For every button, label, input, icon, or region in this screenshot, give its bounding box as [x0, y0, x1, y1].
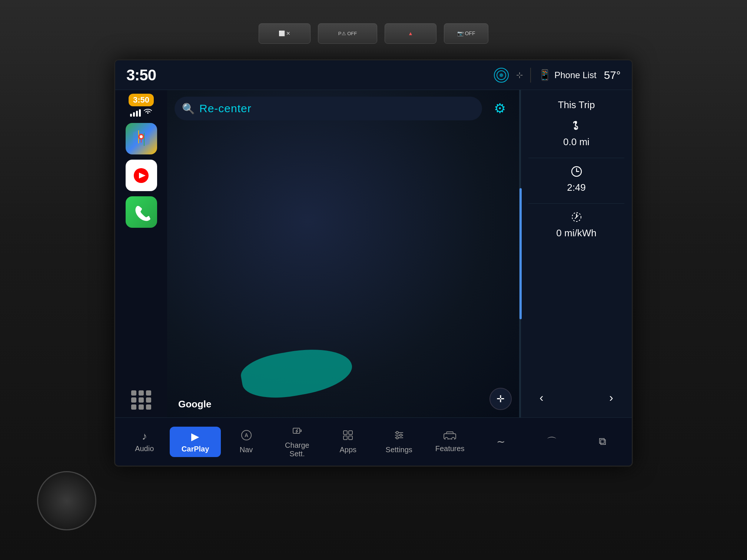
- music-icon: ♪: [142, 430, 147, 442]
- signal-bars: [130, 109, 141, 117]
- phone-icon: 📱: [538, 69, 551, 81]
- phone-info: 📱 Phone List: [538, 69, 596, 81]
- carplay-area: 3:50: [115, 90, 519, 417]
- grid-dot: [146, 404, 151, 410]
- carplay-sidebar: 3:50: [115, 90, 167, 417]
- svg-point-26: [452, 437, 455, 440]
- expand-arrows-icon: ✛: [497, 393, 505, 405]
- search-icon: 🔍: [182, 103, 195, 115]
- svg-point-3: [140, 135, 143, 138]
- grid-dot: [139, 404, 144, 410]
- nav-apps-label: Apps: [340, 446, 357, 454]
- grid-dot: [146, 390, 151, 396]
- trip-panel: This Trip 0.0 mi: [521, 90, 632, 417]
- main-content: 3:50: [115, 90, 632, 417]
- settings-icon: [394, 430, 405, 443]
- signal-bar-3: [136, 111, 138, 117]
- svg-point-7: [575, 121, 577, 123]
- gear-icon: ⚙: [494, 101, 506, 116]
- svg-rect-14: [343, 431, 347, 434]
- svg-point-1: [499, 73, 503, 77]
- apps-icon: [342, 430, 353, 443]
- charge-icon: [292, 425, 303, 439]
- efficiency-icon: [571, 211, 582, 226]
- status-bar: 3:50 ⊹ 📱 Phone List 57°: [115, 60, 632, 90]
- nav-charge-label: Charge Sett.: [278, 441, 316, 458]
- svg-rect-16: [343, 436, 347, 440]
- grid-dot: [131, 390, 136, 396]
- nav-nav-icon: A: [241, 430, 252, 443]
- signal-bar-1: [130, 114, 132, 117]
- svg-point-21: [396, 431, 398, 434]
- prev-arrow-button[interactable]: ‹: [536, 387, 547, 408]
- nav-tilde2[interactable]: ⌒: [526, 431, 577, 453]
- map-settings-button[interactable]: ⚙: [488, 97, 512, 120]
- nav-features[interactable]: Features: [424, 427, 475, 457]
- main-screen: 3:50 ⊹ 📱 Phone List 57° 3:50: [114, 59, 633, 467]
- nav-apps[interactable]: Apps: [323, 426, 374, 458]
- nav-audio[interactable]: ♪ Audio: [119, 427, 170, 457]
- carplay-icon: ▶: [191, 430, 199, 443]
- hazard-button[interactable]: ▲: [385, 23, 436, 44]
- parking-button[interactable]: P⚠ OFF: [318, 23, 377, 44]
- volume-knob[interactable]: [37, 471, 96, 530]
- signal-bar-4: [139, 109, 141, 117]
- nav-carplay-label: CarPlay: [182, 445, 209, 453]
- nav-audio-label: Audio: [135, 444, 154, 453]
- phone-app-icon[interactable]: [126, 196, 157, 228]
- map-expand-button[interactable]: ✛: [489, 388, 512, 410]
- svg-point-22: [400, 434, 402, 436]
- nav-features-label: Features: [435, 444, 465, 453]
- nav-nav-label: Nav: [240, 446, 253, 454]
- svg-point-25: [445, 437, 448, 440]
- features-icon: [443, 430, 456, 442]
- vertical-divider: [519, 90, 521, 417]
- grid-dot: [139, 390, 144, 396]
- google-watermark: Google: [178, 399, 212, 410]
- route-icon: [571, 120, 582, 134]
- trip-time-item: 2:49: [528, 166, 624, 193]
- clock-icon: [571, 166, 582, 180]
- nav-charge[interactable]: Charge Sett.: [272, 421, 322, 462]
- grid-dot: [131, 397, 136, 403]
- phone-label[interactable]: Phone List: [554, 70, 596, 80]
- nav-carplay[interactable]: ▶ CarPlay: [170, 427, 220, 457]
- alexa-icon[interactable]: [494, 68, 509, 83]
- grid-dot: [131, 404, 136, 410]
- screen-button[interactable]: ⬜ ✕: [259, 23, 311, 44]
- search-bar[interactable]: 🔍 Re-center: [175, 97, 482, 120]
- scroll-indicator: [519, 188, 522, 319]
- all-apps-button[interactable]: [126, 386, 157, 414]
- trip-title: This Trip: [528, 99, 624, 111]
- trip-time-value: 2:49: [567, 182, 586, 193]
- camera-button[interactable]: 📷 OFF: [444, 23, 488, 44]
- status-right: ⊹ 📱 Phone List 57°: [494, 68, 621, 83]
- grid-dots: [131, 390, 152, 410]
- nav-nav[interactable]: A Nav: [221, 426, 272, 458]
- svg-rect-15: [349, 431, 352, 434]
- wifi-icon: [143, 108, 153, 117]
- svg-point-8: [574, 127, 577, 130]
- tilde2-icon: ⌒: [547, 435, 557, 449]
- trip-distance-value: 0.0 mi: [563, 136, 590, 148]
- equalizer-icon: ⊹: [516, 70, 523, 80]
- trip-divider-2: [528, 203, 624, 204]
- next-arrow-button[interactable]: ›: [605, 387, 617, 408]
- grid-dot: [139, 397, 144, 403]
- status-divider: [530, 68, 531, 83]
- copy-icon: ⧉: [599, 436, 606, 448]
- cp-time-badge: 3:50: [129, 94, 154, 106]
- nav-copy[interactable]: ⧉: [577, 432, 628, 451]
- nav-settings[interactable]: Settings: [374, 426, 424, 458]
- svg-text:A: A: [244, 432, 248, 438]
- search-text: Re-center: [199, 102, 252, 115]
- trip-efficiency-value: 0 mi/kWh: [556, 227, 596, 239]
- maps-app-icon[interactable]: [126, 123, 157, 154]
- nav-tilde1[interactable]: ∼: [475, 432, 526, 451]
- trip-distance-item: 0.0 mi: [528, 120, 624, 148]
- youtube-music-icon[interactable]: [126, 160, 157, 191]
- trip-efficiency-item: 0 mi/kWh: [528, 211, 624, 239]
- nav-settings-label: Settings: [386, 446, 412, 454]
- grid-dot: [146, 397, 151, 403]
- map-area: 🔍 Re-center ⚙ ✛ Google: [167, 90, 519, 417]
